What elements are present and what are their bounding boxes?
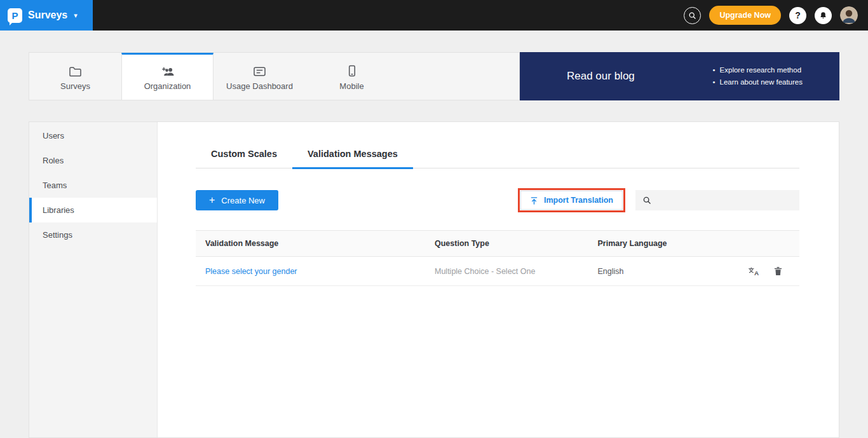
settings-sidebar: Users Roles Teams Libraries Settings [29,122,158,437]
search-box [635,190,799,210]
sidebar-item-libraries[interactable]: Libraries [29,198,157,222]
primary-language-cell: English [588,257,733,286]
upload-icon [530,196,538,205]
product-label: Surveys [28,10,67,21]
annotation-highlight-box: Import Translation [518,188,625,212]
svg-text:A: A [754,270,759,276]
toolbar-right: Import Translation [518,188,799,212]
translate-icon: A [748,266,760,276]
banner-bullet-list: Explore research method Learn about new … [713,64,803,88]
nav-tabs: Surveys Organization Usage [29,52,520,100]
column-header-actions [733,231,800,257]
libraries-content: Custom Scales Validation Messages + Crea… [158,122,839,437]
content-tabs: Custom Scales Validation Messages [196,140,799,168]
sidebar-item-label: Roles [43,156,64,165]
search-icon [642,196,651,205]
sidebar-item-teams[interactable]: Teams [29,173,157,198]
nav-tab-label: Usage Dashboard [226,81,293,91]
nav-tab-label: Mobile [339,81,363,91]
sidebar-item-users[interactable]: Users [29,123,157,148]
column-header-question-type: Question Type [425,231,588,257]
nav-tab-organization[interactable]: Organization [121,53,214,100]
validation-message-link[interactable]: Please select your gender [205,267,297,276]
tab-label: Validation Messages [308,149,398,159]
nav-tab-surveys[interactable]: Surveys [29,53,121,100]
create-new-button[interactable]: + Create New [196,190,278,210]
logo-letter: P [11,10,18,21]
validation-messages-table: Validation Message Question Type Primary… [196,230,799,286]
banner-bullet: Explore research method [713,64,803,76]
help-button[interactable]: ? [789,7,806,24]
nav-tab-label: Organization [144,81,191,91]
folder-icon [69,64,82,77]
avatar-image [840,6,858,24]
chevron-down-icon: ▾ [74,11,78,20]
topbar-actions: Upgrade Now ? [684,6,868,25]
nav-tab-usage-dashboard[interactable]: Usage Dashboard [214,53,306,100]
bell-icon [819,11,827,20]
sidebar-item-settings[interactable]: Settings [29,222,157,247]
table-header-row: Validation Message Question Type Primary… [196,231,799,257]
create-new-label: Create New [221,196,265,205]
banner-bullet: Learn about new features [713,76,803,88]
search-icon [688,11,696,20]
primary-navigation: Surveys Organization Usage [29,52,839,100]
sidebar-item-roles[interactable]: Roles [29,148,157,173]
blog-banner[interactable]: Read our blog Explore research method Le… [520,52,839,100]
nav-tab-mobile[interactable]: Mobile [306,53,398,100]
delete-button[interactable] [774,266,782,276]
banner-title: Read our blog [567,70,635,83]
table-row: Please select your gender Multiple Choic… [196,257,799,286]
import-translation-label: Import Translation [544,196,613,205]
sidebar-item-label: Teams [43,181,67,190]
nav-tab-label: Surveys [60,81,90,91]
tab-custom-scales[interactable]: Custom Scales [196,140,292,168]
plus-icon: + [209,195,215,205]
app-logo-icon: P [8,8,22,23]
mobile-icon [348,64,356,77]
tab-validation-messages[interactable]: Validation Messages [292,140,413,168]
upgrade-now-button[interactable]: Upgrade Now [709,6,781,25]
people-add-icon [160,64,175,77]
import-translation-button[interactable]: Import Translation [520,191,623,210]
question-mark-icon: ? [795,10,801,20]
column-header-validation-message: Validation Message [196,231,425,257]
translate-button[interactable]: A [748,266,760,276]
user-avatar[interactable] [840,6,858,24]
dashboard-icon [253,64,266,77]
sidebar-item-label: Users [43,131,64,140]
search-input[interactable] [657,195,792,206]
sidebar-item-label: Settings [43,230,72,240]
tab-label: Custom Scales [211,149,277,159]
notifications-button[interactable] [815,7,832,24]
search-button[interactable] [684,7,701,24]
column-header-primary-language: Primary Language [588,231,733,257]
sidebar-item-label: Libraries [43,205,74,215]
product-switcher[interactable]: P Surveys ▾ [0,0,93,31]
toolbar: + Create New Import Translation [196,188,799,212]
row-actions: A [743,266,790,276]
topbar: P Surveys ▾ Upgrade Now ? [0,0,868,31]
main-panel: Users Roles Teams Libraries Settings Cus… [29,121,839,438]
trash-icon [774,266,782,276]
question-type-cell: Multiple Choice - Select One [425,257,588,286]
